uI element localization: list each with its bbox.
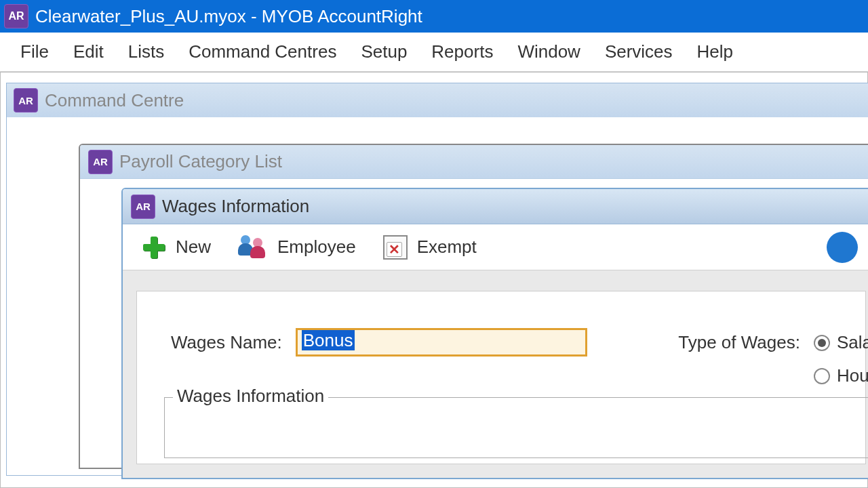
- payroll-category-list-title: Payroll Category List: [119, 151, 282, 172]
- window-wages-information: AR Wages Information New Employee Exempt: [121, 188, 868, 479]
- help-icon[interactable]: [827, 232, 858, 263]
- type-of-wages-label: Type of Wages:: [678, 332, 800, 353]
- radio-hourly[interactable]: Hou: [814, 365, 868, 386]
- menu-bar: File Edit Lists Command Centres Setup Re…: [0, 33, 868, 72]
- window-title: Clearwater_Plus_AU.myox - MYOB AccountRi…: [35, 6, 422, 27]
- type-radio-column: Sala Hou: [814, 332, 868, 386]
- app-icon: AR: [4, 4, 28, 28]
- menu-edit[interactable]: Edit: [73, 41, 104, 62]
- menu-file[interactable]: File: [20, 41, 49, 62]
- ar-icon: AR: [88, 150, 113, 174]
- menu-window[interactable]: Window: [517, 41, 580, 62]
- main-titlebar: AR Clearwater_Plus_AU.myox - MYOB Accoun…: [0, 0, 868, 33]
- command-centre-titlebar[interactable]: AR Command Centre: [7, 83, 868, 117]
- radio-hourly-indicator: [814, 368, 830, 384]
- exempt-icon: [383, 235, 408, 260]
- plus-icon: [142, 235, 166, 260]
- wages-name-input[interactable]: Bonus: [296, 328, 587, 357]
- wages-information-groupbox-title: Wages Information: [173, 386, 328, 407]
- exempt-button-label: Exempt: [417, 237, 477, 258]
- wages-information-groupbox: Wages Information: [164, 397, 868, 458]
- wages-name-label: Wages Name:: [171, 332, 282, 353]
- payroll-category-list-titlebar[interactable]: AR Payroll Category List: [80, 145, 868, 179]
- employee-button[interactable]: Employee: [238, 234, 356, 261]
- employee-button-label: Employee: [277, 237, 356, 258]
- wages-name-value: Bonus: [302, 330, 355, 350]
- ar-icon: AR: [14, 88, 38, 113]
- wages-information-toolbar: New Employee Exempt: [123, 224, 868, 270]
- wages-information-titlebar[interactable]: AR Wages Information: [123, 189, 868, 224]
- radio-salary-label: Sala: [837, 332, 868, 353]
- menu-help[interactable]: Help: [697, 41, 733, 62]
- command-centre-title: Command Centre: [45, 90, 184, 111]
- ar-icon: AR: [131, 195, 155, 219]
- new-button-label: New: [176, 237, 211, 258]
- menu-reports[interactable]: Reports: [431, 41, 493, 62]
- radio-salary-indicator: [814, 335, 830, 351]
- new-button[interactable]: New: [142, 235, 211, 260]
- menu-setup[interactable]: Setup: [361, 41, 407, 62]
- mdi-client-area: AR Command Centre AR Payroll Category Li…: [0, 72, 868, 488]
- type-of-wages-group: Type of Wages: Sala Hou: [678, 332, 868, 386]
- wages-information-form-area: Wages Name: Bonus Type of Wages: Sala: [123, 270, 868, 478]
- radio-salary[interactable]: Sala: [814, 332, 868, 353]
- menu-command-centres[interactable]: Command Centres: [189, 41, 336, 62]
- menu-lists[interactable]: Lists: [128, 41, 164, 62]
- radio-hourly-label: Hou: [837, 365, 868, 386]
- form-panel: Wages Name: Bonus Type of Wages: Sala: [136, 291, 866, 464]
- exempt-button[interactable]: Exempt: [383, 235, 477, 260]
- employee-icon: [238, 234, 268, 261]
- wages-information-title: Wages Information: [162, 196, 309, 217]
- menu-services[interactable]: Services: [605, 41, 673, 62]
